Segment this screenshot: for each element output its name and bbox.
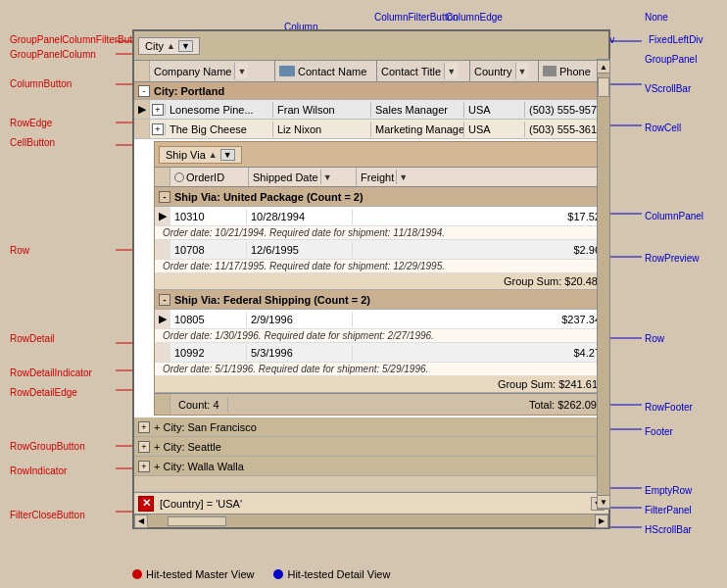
detail-row-indicator-2[interactable] [155,240,170,259]
row-indicator-1[interactable]: ▶ [134,100,150,119]
group-by-label: City [145,40,164,52]
col-company-filter-btn[interactable]: ▼ [234,63,248,79]
hscroll-left-btn[interactable]: ◀ [134,514,148,528]
label-GroupPanelColumnFilterButton: GroupPanelColumnFilterButton [10,34,146,45]
vscroll-down-btn[interactable]: ▼ [597,495,610,509]
detail-row-indicator-3[interactable]: ▶ [155,310,170,328]
legend-red: Hit-tested Master View [132,568,254,580]
expand-btn-1[interactable]: + [150,104,166,116]
col-country-filter-btn[interactable]: ▼ [515,63,529,79]
detail-row-2: 10708 12/6/1995 $2.96 [155,240,606,260]
row-preview-4: Order date: 5/1/1996. Required date for … [155,363,606,376]
col-phone-label: Phone [559,66,591,77]
master-row-2: + The Big Cheese Liz Nixon Marketing Man… [134,120,608,139]
label-RowDetailIndicator: RowDetailIndicator [10,368,92,378]
sort-icon: ▲ [167,41,175,51]
ship-group-1-header[interactable]: - Ship Via: United Package (Count = 2) [155,187,606,207]
detail-group-label: Ship Via [166,149,206,161]
hscroll-thumb[interactable] [168,516,226,526]
hscroll-track[interactable] [148,514,595,527]
city-row-walla[interactable]: + + City: Walla Walla [134,457,608,476]
detail-sort-icon: ▲ [209,150,218,160]
ship-group-2-header[interactable]: - Ship Via: Federal Shipping (Count = 2) [155,290,606,310]
detail-cell-orderid-4[interactable]: 10992 [170,345,247,361]
city-row-sf[interactable]: + + City: San Francisco [134,417,608,437]
expand-btn-2[interactable]: + [150,123,166,135]
label-HScrollBar: HScrollBar [645,524,692,535]
vscroll-up-btn[interactable]: ▲ [597,60,610,74]
vscroll-thumb[interactable] [598,77,609,97]
city-walla-expand[interactable]: + [138,461,150,472]
detail-row-indicator-1[interactable]: ▶ [155,207,170,225]
label-CellButton: CellButton [10,137,55,148]
detail-cell-freight-4[interactable]: $4.27 [353,345,606,361]
detail-shipdate-filter[interactable]: ▼ [320,170,334,184]
detail-col-shipdate[interactable]: Shipped Date ▼ [249,168,357,186]
legend-red-label: Hit-tested Master View [146,568,254,580]
detail-cell-orderid-1[interactable]: 10310 [170,209,247,224]
row-indicator-2[interactable] [134,120,150,138]
detail-shipdate-label: Shipped Date [253,172,318,183]
col-title-label: Contact Title [381,66,441,77]
ship-group-1-label: Ship Via: United Package (Count = 2) [174,191,364,203]
legend-blue-dot [273,569,283,579]
ship-group-2-expand[interactable]: - [159,294,170,306]
city-row-seattle[interactable]: + + City: Seattle [134,437,608,457]
column-header-row: Company Name ▼ Contact Name Contact Titl… [134,61,608,82]
empty-row [134,476,608,492]
cell-title-2[interactable]: Marketing Manager [371,122,464,137]
ship-group-1-expand[interactable]: - [159,191,170,203]
expand-icon-1[interactable]: + [152,104,164,116]
detail-cell-orderid-2[interactable]: 10708 [170,242,247,258]
detail-cell-freight-3[interactable]: $237.34 [353,312,606,327]
label-FilterPanel: FilterPanel [645,505,692,515]
col-header-company[interactable]: Company Name ▼ [150,61,275,81]
phone-icon [543,66,557,76]
group-sum-1-label: Group Sum: $20.48 [504,275,598,287]
detail-filter-icon[interactable]: ▼ [220,149,235,161]
detail-freight-filter[interactable]: ▼ [396,170,410,184]
col-title-filter-btn[interactable]: ▼ [444,63,458,79]
detail-row-4: 10992 5/3/1996 $4.27 [155,343,606,363]
label-RowEdge: RowEdge [10,118,52,128]
city-sf-expand[interactable]: + [138,421,150,433]
city-portland-header[interactable]: - City: Portland [134,82,608,100]
expand-icon-2[interactable]: + [152,123,164,135]
city-seattle-expand[interactable]: + [138,441,150,453]
search-icon [174,172,184,182]
vscrollbar[interactable]: ▲ ▼ [597,59,610,510]
detail-cell-orderid-3[interactable]: 10805 [170,312,247,327]
hscrollbar[interactable]: ◀ ▶ [134,514,608,527]
ship-group-2-label: Ship Via: Federal Shipping (Count = 2) [174,294,370,306]
filter-close-btn[interactable]: ✕ [138,496,154,512]
detail-col-orderid[interactable]: OrderID [170,168,249,186]
vscroll-track[interactable] [598,74,609,495]
cell-country-2[interactable]: USA [464,122,525,137]
detail-freight-label: Freight [361,172,394,183]
detail-group-btn[interactable]: Ship Via ▲ ▼ [159,146,242,164]
cell-contact-1[interactable]: Fran Wilson [273,102,371,118]
group-panel-column-btn[interactable]: City ▲ ▼ [138,37,200,55]
detail-cell-date-1[interactable]: 10/28/1994 [247,209,353,224]
detail-cell-freight-2[interactable]: $2.96 [353,242,606,258]
detail-row-indicator-4[interactable] [155,343,170,362]
city-expand-btn[interactable]: - [138,85,150,97]
cell-contact-2[interactable]: Liz Nixon [273,122,371,137]
city-portland-label: City: Portland [154,85,224,97]
cell-company-2[interactable]: The Big Cheese [166,122,273,137]
detail-cell-freight-1[interactable]: $17.52 [353,209,606,224]
col-header-country[interactable]: Country ▼ [470,61,539,81]
filter-btn-icon[interactable]: ▼ [178,40,193,52]
col-header-contact[interactable]: Contact Name [275,61,377,81]
detail-cell-date-4[interactable]: 5/3/1996 [247,345,353,361]
detail-col-freight[interactable]: Freight ▼ [357,168,606,186]
label-EmptyRow: EmptyRow [645,485,692,496]
hscroll-right-btn[interactable]: ▶ [595,514,608,528]
col-header-title[interactable]: Contact Title ▼ [377,61,470,81]
detail-cell-date-2[interactable]: 12/6/1995 [247,242,353,258]
detail-cell-date-3[interactable]: 2/9/1996 [247,312,353,327]
cell-country-1[interactable]: USA [464,102,525,118]
row-preview-3: Order date: 1/30/1996. Required date for… [155,329,606,343]
cell-title-1[interactable]: Sales Manager [371,102,464,118]
cell-company-1[interactable]: Lonesome Pine... [166,102,273,118]
